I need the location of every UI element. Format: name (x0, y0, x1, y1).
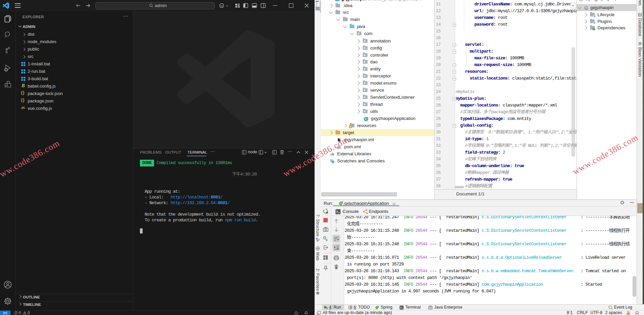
svg-text:m: m (585, 7, 588, 10)
